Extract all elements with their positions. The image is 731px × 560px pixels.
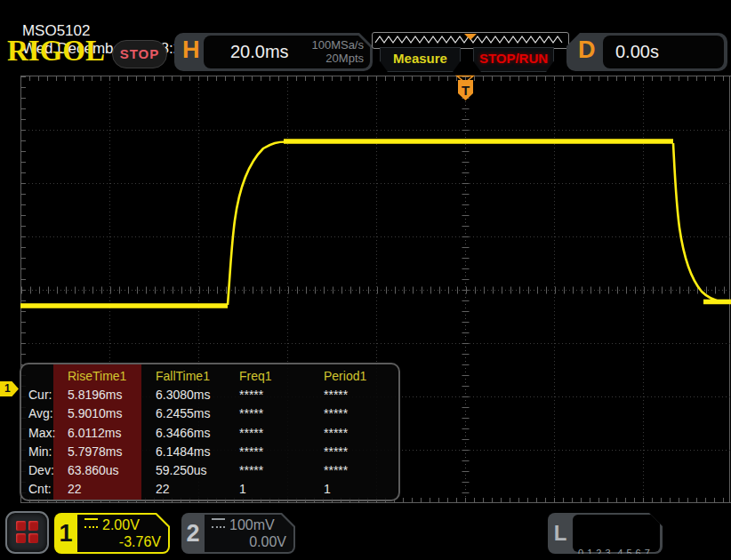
channel-2-scale: 100mV bbox=[212, 517, 275, 533]
horizontal-label: H bbox=[182, 36, 200, 64]
channel-2-offset: 0.00V bbox=[249, 534, 286, 550]
trigger-label: T bbox=[462, 83, 470, 98]
measurement-value: 5.8196ms bbox=[60, 388, 149, 406]
measurement-value: 5.7978ms bbox=[60, 444, 149, 463]
measurement-grid: RiseTime1 FallTime1 Freq1 Period1 Cur: 5… bbox=[21, 364, 398, 500]
measurement-header: RiseTime1 bbox=[60, 369, 149, 388]
measurement-value: ***** bbox=[317, 444, 398, 463]
measurement-header: Period1 bbox=[317, 369, 398, 388]
measurement-panel[interactable]: RiseTime1 FallTime1 Freq1 Period1 Cur: 5… bbox=[20, 363, 400, 501]
overview-position-triangle-icon[interactable] bbox=[464, 34, 477, 40]
measurement-value: ***** bbox=[317, 406, 398, 425]
measurement-value: ***** bbox=[232, 463, 317, 482]
acquisition-info: 100MSa/s 20Mpts bbox=[311, 38, 364, 65]
waveform-overview-bar[interactable] bbox=[372, 32, 569, 49]
measurement-value: 6.0112ms bbox=[60, 426, 149, 444]
menu-grid-icon bbox=[16, 521, 26, 531]
memory-depth: 20Mpts bbox=[311, 52, 364, 65]
measurement-header: Freq1 bbox=[232, 369, 317, 388]
channel-1-offset: -3.76V bbox=[119, 534, 161, 550]
dc-coupling-icon bbox=[212, 518, 225, 528]
delay-panel-inset: 0.00s bbox=[603, 36, 724, 68]
channel-1-badge[interactable]: 1 2.00V -3.76V bbox=[54, 513, 170, 554]
logic-analyzer-label: L bbox=[548, 513, 573, 554]
measurement-value: ***** bbox=[317, 426, 398, 444]
measure-button[interactable]: Measure bbox=[380, 47, 461, 72]
channel-1-values: 2.00V -3.76V bbox=[77, 515, 168, 552]
measurement-value: 6.3466ms bbox=[149, 426, 232, 444]
measurement-value: 6.2455ms bbox=[149, 406, 232, 425]
dc-coupling-icon bbox=[84, 518, 98, 528]
overview-zigzag bbox=[373, 33, 566, 46]
measurement-value: ***** bbox=[317, 388, 398, 406]
menu-grid-icon bbox=[28, 521, 38, 531]
menu-grid-icon bbox=[28, 533, 38, 543]
row-label: Cnt: bbox=[25, 482, 60, 500]
measurement-value: ***** bbox=[232, 444, 317, 463]
measurement-value: ***** bbox=[232, 388, 317, 406]
run-state-badge: STOP bbox=[112, 40, 167, 68]
row-label: Dev: bbox=[25, 463, 60, 482]
channel-1-number: 1 bbox=[54, 513, 77, 554]
stop-run-button[interactable]: STOP/RUN bbox=[473, 47, 554, 72]
channel-1-scale: 2.00V bbox=[84, 517, 140, 533]
measurement-value: 5.9010ms bbox=[60, 406, 149, 425]
horizontal-panel[interactable]: 20.0ms 100MSa/s 20Mpts H bbox=[174, 33, 373, 71]
channel-2-badge[interactable]: 2 100mV 0.00V bbox=[181, 513, 295, 554]
logic-analyzer-badge[interactable]: L 0 1 2 3 4 5 6 7 8 9 10 11 12 13 14 15 bbox=[548, 513, 663, 554]
row-label: Min: bbox=[25, 444, 60, 463]
logic-channel-list: 0 1 2 3 4 5 6 7 8 9 10 11 12 13 14 15 bbox=[573, 515, 660, 552]
delay-panel[interactable]: 0.00s D bbox=[566, 33, 727, 71]
measurement-value: ***** bbox=[317, 463, 398, 482]
row-label: Max: bbox=[25, 426, 60, 444]
row-label: Cur: bbox=[25, 388, 60, 406]
measurement-value: 1 bbox=[232, 482, 317, 500]
oscilloscope-screen: T MSO5102 Wed December 31 18:22:36 2025 … bbox=[0, 0, 731, 560]
delay-value: 0.00s bbox=[615, 42, 659, 62]
horizontal-panel-inset: 20.0ms 100MSa/s 20Mpts bbox=[204, 36, 370, 68]
delay-label: D bbox=[578, 36, 596, 64]
measurement-value: 6.1484ms bbox=[149, 444, 232, 463]
menu-grid-icon bbox=[16, 533, 26, 543]
menu-button[interactable] bbox=[5, 511, 49, 554]
measurement-value: ***** bbox=[232, 426, 317, 444]
rigol-logo: RIGOL bbox=[7, 35, 105, 68]
measurement-value: 59.250us bbox=[149, 463, 232, 482]
measurement-value: 63.860us bbox=[60, 463, 149, 482]
measurement-value: 1 bbox=[317, 482, 398, 500]
sample-rate: 100MSa/s bbox=[311, 38, 364, 52]
measurement-value: ***** bbox=[232, 406, 317, 425]
ch1-trace bbox=[20, 141, 731, 306]
measurement-value: 22 bbox=[60, 482, 149, 500]
channel-2-values: 100mV 0.00V bbox=[205, 515, 293, 552]
measurement-header: FallTime1 bbox=[149, 369, 232, 388]
channel-2-number: 2 bbox=[181, 513, 205, 554]
measurement-value: 6.3080ms bbox=[149, 388, 232, 406]
measurement-corner-cell bbox=[25, 369, 60, 388]
measurement-value: 22 bbox=[149, 482, 232, 500]
timebase-value: 20.0ms bbox=[230, 42, 289, 62]
row-label: Avg: bbox=[25, 406, 60, 425]
